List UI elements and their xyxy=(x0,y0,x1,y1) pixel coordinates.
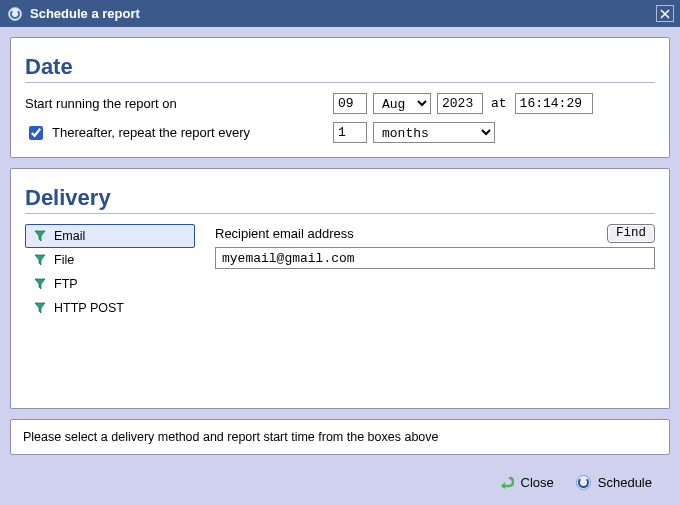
at-text: at xyxy=(489,96,509,111)
recipient-email-input[interactable] xyxy=(215,247,655,269)
repeat-label-wrap[interactable]: Thereafter, repeat the report every xyxy=(25,123,325,143)
delivery-method-list: Email File FTP xyxy=(25,224,195,320)
date-heading: Date xyxy=(25,54,655,83)
app-icon xyxy=(8,7,22,21)
start-date-label: Start running the report on xyxy=(25,96,325,111)
recipient-label: Recipient email address xyxy=(215,226,354,241)
delivery-method-label: FTP xyxy=(54,277,78,291)
funnel-icon xyxy=(34,302,46,314)
close-button[interactable]: Close xyxy=(498,475,554,490)
schedule-button[interactable]: Schedule xyxy=(576,475,652,490)
delivery-heading: Delivery xyxy=(25,185,655,214)
delivery-method-file[interactable]: File xyxy=(25,248,195,272)
start-date-controls: Aug at xyxy=(333,93,593,114)
schedule-report-dialog: Schedule a report Date Start running the… xyxy=(0,0,680,505)
titlebar: Schedule a report xyxy=(0,0,680,27)
repeat-row: Thereafter, repeat the report every mont… xyxy=(25,122,655,143)
repeat-controls: months xyxy=(333,122,495,143)
delivery-method-httppost[interactable]: HTTP POST xyxy=(25,296,195,320)
dialog-body: Date Start running the report on Aug at … xyxy=(0,27,680,505)
delivery-method-ftp[interactable]: FTP xyxy=(25,272,195,296)
day-input[interactable] xyxy=(333,93,367,114)
repeat-label: Thereafter, repeat the report every xyxy=(52,125,250,140)
hint-text: Please select a delivery method and repo… xyxy=(23,430,439,444)
recipient-header: Recipient email address Find xyxy=(215,224,655,243)
find-button[interactable]: Find xyxy=(607,224,655,243)
delivery-method-label: HTTP POST xyxy=(54,301,124,315)
delivery-method-label: File xyxy=(54,253,74,267)
return-icon xyxy=(498,475,514,489)
delivery-method-label: Email xyxy=(54,229,85,243)
start-date-row: Start running the report on Aug at xyxy=(25,93,655,114)
close-button-label: Close xyxy=(521,475,554,490)
schedule-icon xyxy=(576,475,591,490)
year-input[interactable] xyxy=(437,93,483,114)
window-title: Schedule a report xyxy=(30,6,656,21)
repeat-count-input[interactable] xyxy=(333,122,367,143)
delivery-panel: Delivery Email File xyxy=(10,168,670,409)
repeat-checkbox[interactable] xyxy=(29,126,43,140)
funnel-icon xyxy=(34,254,46,266)
funnel-icon xyxy=(34,230,46,242)
month-select[interactable]: Aug xyxy=(373,93,431,114)
funnel-icon xyxy=(34,278,46,290)
delivery-method-email[interactable]: Email xyxy=(25,224,195,248)
delivery-right-pane: Recipient email address Find xyxy=(215,224,655,320)
date-panel: Date Start running the report on Aug at … xyxy=(10,37,670,158)
time-input[interactable] xyxy=(515,93,593,114)
close-icon[interactable] xyxy=(656,5,674,22)
schedule-button-label: Schedule xyxy=(598,475,652,490)
delivery-body: Email File FTP xyxy=(25,224,655,320)
hint-panel: Please select a delivery method and repo… xyxy=(10,419,670,455)
repeat-unit-select[interactable]: months xyxy=(373,122,495,143)
action-bar: Close Schedule xyxy=(10,465,670,495)
